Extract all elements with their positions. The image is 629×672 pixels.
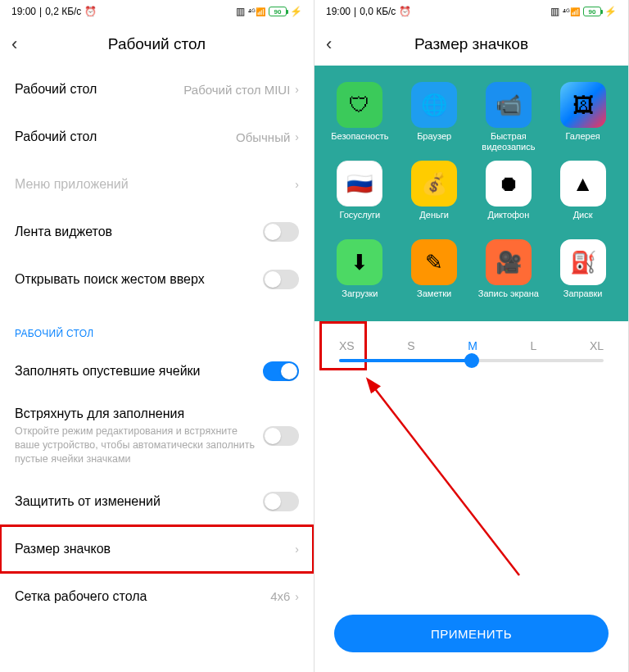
signal-icon: ⁴ᴳ📶: [563, 7, 580, 16]
slider-fill: [339, 359, 472, 362]
row-icon-size[interactable]: Размер значков ›: [0, 525, 314, 573]
sim-icon: ▥: [236, 6, 245, 17]
app-cam[interactable]: 📹Быстрая видеозапись: [475, 82, 543, 152]
status-bar: 19:00 | 0,2 КБ/с ⏰ ▥ ⁴ᴳ📶 90 ⚡: [0, 0, 314, 23]
app-label: Заправки: [563, 288, 603, 310]
section-label: РАБОЧИЙ СТОЛ: [0, 303, 314, 347]
row-grid[interactable]: Сетка рабочего стола 4x6›: [0, 573, 314, 620]
notes-icon: ✎: [411, 239, 457, 285]
toggle-fill-empty[interactable]: [263, 361, 299, 381]
sim-icon: ▥: [550, 6, 559, 17]
size-xl[interactable]: XL: [590, 339, 604, 352]
app-label: Галерея: [566, 131, 600, 152]
slider-thumb[interactable]: [464, 353, 479, 368]
battery-icon: 90: [269, 7, 287, 16]
browser-icon: 🌐: [411, 82, 457, 128]
size-s[interactable]: S: [407, 339, 414, 352]
chevron-right-icon: ›: [295, 83, 299, 96]
title-bar: ‹ Размер значков: [314, 23, 628, 66]
status-speed: 0,2 КБ/с: [45, 6, 81, 17]
fuel-icon: ⛽: [560, 239, 606, 285]
status-time: 19:00: [326, 6, 351, 17]
app-label: Запись экрана: [478, 288, 539, 310]
title-bar: ‹ Рабочий стол: [0, 23, 314, 66]
battery-icon: 90: [583, 7, 601, 16]
app-notes[interactable]: ✎Заметки: [400, 239, 468, 310]
charge-icon: ⚡: [290, 6, 302, 17]
app-shield[interactable]: 🛡Безопасность: [326, 82, 394, 152]
preview-area: 🛡Безопасность🌐Браузер📹Быстрая видеозапис…: [314, 66, 628, 321]
apply-button[interactable]: ПРИМЕНИТЬ: [334, 615, 609, 652]
app-label: Диктофон: [487, 210, 529, 231]
settings-list: Рабочий стол Рабочий стол MIUI› Рабочий …: [0, 66, 314, 672]
row-swipe-search[interactable]: Открывать поиск жестом вверх: [0, 256, 314, 303]
app-gallery[interactable]: 🖼Галерея: [549, 82, 617, 152]
toggle-swipe-search[interactable]: [263, 270, 299, 289]
app-browser[interactable]: 🌐Браузер: [400, 82, 468, 152]
toggle-widgets[interactable]: [263, 222, 299, 242]
gos-icon: 🇷🇺: [337, 161, 382, 207]
row-lock-layout[interactable]: Защитить от изменений: [0, 478, 314, 525]
money-icon: 💰: [411, 161, 457, 207]
chevron-right-icon: ›: [295, 543, 299, 556]
status-bar: 19:00 | 0,0 КБ/с ⏰ ▥ ⁴ᴳ📶 90 ⚡: [314, 0, 628, 23]
app-gos[interactable]: 🇷🇺Госуслуги: [326, 161, 394, 231]
status-time: 19:00: [11, 6, 36, 17]
app-disk[interactable]: ▲Диск: [549, 161, 617, 231]
app-label: Быстрая видеозапись: [475, 131, 543, 152]
vid-icon: 🎥: [486, 239, 532, 285]
toggle-shake-fill[interactable]: [263, 426, 299, 446]
page-title: Размер значков: [326, 35, 617, 53]
app-label: Диск: [573, 210, 593, 231]
row-launcher[interactable]: Рабочий стол Рабочий стол MIUI›: [0, 66, 314, 113]
gallery-icon: 🖼: [560, 82, 606, 128]
signal-icon: ⁴ᴳ📶: [248, 7, 265, 16]
row-fill-empty[interactable]: Заполнять опустевшие ячейки: [0, 347, 314, 395]
app-label: Госуслуги: [339, 210, 380, 231]
size-xs[interactable]: XS: [339, 339, 355, 352]
app-label: Заметки: [417, 288, 451, 310]
alarm-icon: ⏰: [399, 6, 411, 17]
app-label: Деньги: [419, 210, 449, 231]
chevron-right-icon: ›: [295, 178, 299, 191]
status-speed: 0,0 КБ/с: [360, 6, 396, 17]
row-mode[interactable]: Рабочий стол Обычный›: [0, 113, 314, 161]
disk-icon: ▲: [560, 161, 606, 207]
rec-icon: ⏺: [486, 161, 532, 207]
size-selector: XS S M L XL: [314, 321, 628, 362]
app-down[interactable]: ⬇Загрузки: [326, 239, 394, 310]
page-title: Рабочий стол: [11, 35, 302, 53]
down-icon: ⬇: [337, 239, 382, 285]
app-money[interactable]: 💰Деньги: [400, 161, 468, 231]
row-shake-fill[interactable]: Встряхнуть для заполнения Откройте режим…: [0, 395, 314, 478]
alarm-icon: ⏰: [84, 6, 97, 17]
toggle-lock-layout[interactable]: [263, 492, 299, 511]
phone-left-settings: 19:00 | 0,2 КБ/с ⏰ ▥ ⁴ᴳ📶 90 ⚡ ‹ Рабочий …: [0, 0, 314, 672]
row-widgets[interactable]: Лента виджетов: [0, 208, 314, 256]
chevron-right-icon: ›: [295, 130, 299, 143]
charge-icon: ⚡: [604, 6, 617, 17]
app-fuel[interactable]: ⛽Заправки: [549, 239, 617, 310]
row-app-menu: Меню приложений ›: [0, 161, 314, 208]
app-vid[interactable]: 🎥Запись экрана: [475, 239, 543, 310]
app-grid: 🛡Безопасность🌐Браузер📹Быстрая видеозапис…: [326, 82, 617, 310]
app-label: Загрузки: [342, 288, 378, 310]
size-m[interactable]: M: [468, 339, 477, 352]
cam-icon: 📹: [486, 82, 532, 128]
app-label: Безопасность: [331, 131, 388, 152]
shield-icon: 🛡: [337, 82, 382, 128]
phone-right-icon-size: 19:00 | 0,0 КБ/с ⏰ ▥ ⁴ᴳ📶 90 ⚡ ‹ Размер з…: [314, 0, 629, 672]
chevron-right-icon: ›: [295, 590, 299, 603]
size-slider[interactable]: [339, 359, 604, 362]
app-label: Браузер: [417, 131, 451, 152]
size-l[interactable]: L: [530, 339, 536, 352]
app-rec[interactable]: ⏺Диктофон: [475, 161, 543, 231]
